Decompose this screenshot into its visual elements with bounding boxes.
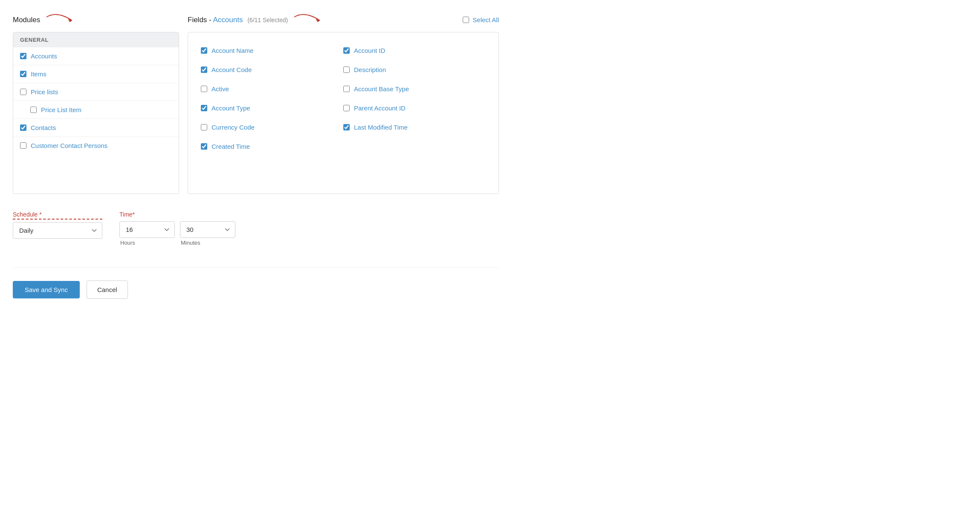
fields-header-left: Fields - Accounts (6/11 Selected) (188, 13, 326, 27)
module-item-customer-contact-persons[interactable]: Customer Contact Persons (13, 137, 179, 154)
minutes-wrap: 30 00 05 10 15 20 25 35 40 45 50 55 Minu… (180, 221, 235, 246)
field-account-name-checkbox[interactable] (201, 47, 207, 54)
modules-arrow-icon (44, 13, 78, 27)
field-account-type-label[interactable]: Account Type (212, 104, 250, 112)
field-item-currency-code[interactable]: Currency Code (201, 118, 343, 137)
module-ccp-checkbox[interactable] (20, 142, 26, 149)
module-item-accounts[interactable]: Accounts (13, 47, 179, 65)
module-items-label[interactable]: Items (31, 70, 46, 78)
hours-label: Hours (119, 240, 175, 246)
field-description-label[interactable]: Description (354, 66, 386, 73)
fields-entity: Accounts (213, 16, 243, 24)
field-created-time-checkbox[interactable] (201, 143, 207, 150)
field-item-account-name[interactable]: Account Name (201, 41, 343, 60)
fields-arrow-icon (292, 13, 326, 27)
general-header: GENERAL (13, 32, 179, 47)
schedule-select[interactable]: Daily Weekly Monthly (13, 222, 102, 239)
module-price-lists-label[interactable]: Price lists (31, 88, 58, 95)
field-item-last-modified-time[interactable]: Last Modified Time (343, 118, 486, 137)
field-item-account-base-type[interactable]: Account Base Type (343, 79, 486, 98)
schedule-label: Schedule * (13, 211, 102, 220)
module-items-checkbox[interactable] (20, 71, 26, 77)
module-accounts-checkbox[interactable] (20, 53, 26, 59)
select-all-checkbox[interactable] (463, 17, 469, 23)
time-group: Time* 16 0 1 2 3 4 5 6 7 8 9 (119, 211, 235, 246)
field-created-time-label[interactable]: Created Time (212, 143, 250, 150)
minutes-select[interactable]: 30 00 05 10 15 20 25 35 40 45 50 55 (180, 221, 235, 238)
fields-col2: Account ID Description Account Base Type (343, 41, 486, 156)
field-currency-code-label[interactable]: Currency Code (212, 124, 255, 131)
module-price-list-item-label[interactable]: Price List Item (41, 106, 81, 113)
fields-box: Account Name Account Code Active Ac (188, 32, 499, 194)
footer-buttons: Save and Sync Cancel (13, 281, 499, 299)
modules-box: GENERAL Accounts Items Price lists Price… (13, 32, 179, 194)
save-and-sync-button[interactable]: Save and Sync (13, 281, 80, 298)
modules-title: Modules (13, 16, 40, 24)
field-account-base-type-checkbox[interactable] (343, 86, 350, 92)
module-price-list-item-checkbox[interactable] (30, 107, 37, 113)
field-item-account-id[interactable]: Account ID (343, 41, 486, 60)
module-contacts-checkbox[interactable] (20, 124, 26, 131)
field-item-description[interactable]: Description (343, 60, 486, 79)
field-active-label[interactable]: Active (212, 85, 229, 93)
field-item-active[interactable]: Active (201, 79, 343, 98)
module-accounts-label[interactable]: Accounts (31, 52, 57, 60)
minutes-label: Minutes (180, 240, 235, 246)
field-parent-account-id-label[interactable]: Parent Account ID (354, 104, 406, 112)
field-account-code-label[interactable]: Account Code (212, 66, 252, 73)
field-active-checkbox[interactable] (201, 86, 207, 92)
fields-col1: Account Name Account Code Active Ac (201, 41, 343, 156)
field-item-account-type[interactable]: Account Type (201, 98, 343, 118)
footer-divider (13, 267, 499, 268)
field-account-base-type-label[interactable]: Account Base Type (354, 85, 409, 93)
modules-panel: Modules GENERAL Accounts Items (13, 13, 179, 194)
field-account-code-checkbox[interactable] (201, 67, 207, 73)
select-all-area[interactable]: Select All (463, 16, 499, 23)
schedule-section: Schedule * Daily Weekly Monthly Time* 16… (13, 211, 499, 246)
module-ccp-label[interactable]: Customer Contact Persons (31, 142, 107, 149)
schedule-group: Schedule * Daily Weekly Monthly (13, 211, 102, 239)
field-parent-account-id-checkbox[interactable] (343, 105, 350, 111)
field-item-account-code[interactable]: Account Code (201, 60, 343, 79)
cancel-button[interactable]: Cancel (87, 281, 128, 299)
select-all-label[interactable]: Select All (473, 16, 499, 23)
module-item-price-lists[interactable]: Price lists (13, 83, 179, 101)
modules-header: Modules (13, 13, 179, 27)
fields-grid: Account Name Account Code Active Ac (201, 41, 486, 156)
module-contacts-label[interactable]: Contacts (31, 124, 56, 131)
field-account-type-checkbox[interactable] (201, 105, 207, 111)
fields-title: Fields - Accounts (6/11 Selected) (188, 16, 288, 24)
field-last-modified-time-checkbox[interactable] (343, 124, 350, 130)
field-account-id-label[interactable]: Account ID (354, 47, 385, 54)
field-item-parent-account-id[interactable]: Parent Account ID (343, 98, 486, 118)
fields-count: (6/11 Selected) (247, 17, 288, 23)
field-description-checkbox[interactable] (343, 67, 350, 73)
time-label: Time* (119, 211, 235, 219)
field-account-name-label[interactable]: Account Name (212, 47, 253, 54)
module-item-contacts[interactable]: Contacts (13, 119, 179, 137)
field-account-id-checkbox[interactable] (343, 47, 350, 54)
field-currency-code-checkbox[interactable] (201, 124, 207, 130)
module-item-items[interactable]: Items (13, 65, 179, 83)
fields-header: Fields - Accounts (6/11 Selected) Select… (188, 13, 499, 27)
field-last-modified-time-label[interactable]: Last Modified Time (354, 124, 408, 131)
field-item-created-time[interactable]: Created Time (201, 137, 343, 156)
time-inputs: 16 0 1 2 3 4 5 6 7 8 9 10 11 12 (119, 221, 235, 246)
module-item-price-list-item[interactable]: Price List Item (13, 101, 179, 119)
module-price-lists-checkbox[interactable] (20, 89, 26, 95)
fields-panel: Fields - Accounts (6/11 Selected) Select… (188, 13, 499, 194)
hours-select[interactable]: 16 0 1 2 3 4 5 6 7 8 9 10 11 12 (119, 221, 175, 238)
hours-wrap: 16 0 1 2 3 4 5 6 7 8 9 10 11 12 (119, 221, 175, 246)
